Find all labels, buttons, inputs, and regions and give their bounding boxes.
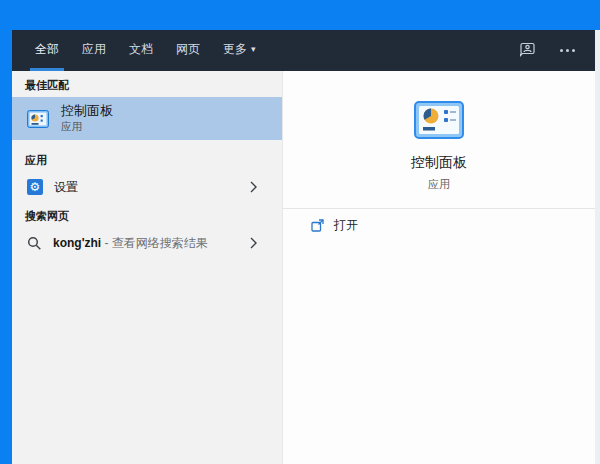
header-actions <box>517 30 595 71</box>
preview-pane: 控制面板 应用 打开 <box>283 71 595 464</box>
preview-app-title: 控制面板 <box>411 154 467 172</box>
tab-web-label: 网页 <box>176 41 200 58</box>
web-search-suffix: - 查看网络搜索结果 <box>101 236 208 250</box>
window-edge-right <box>595 30 600 464</box>
tab-more-label: 更多 <box>223 41 247 58</box>
result-control-panel[interactable]: 控制面板 应用 <box>12 97 282 140</box>
tab-web[interactable]: 网页 <box>171 30 205 71</box>
control-panel-icon <box>27 110 49 128</box>
tab-all[interactable]: 全部 <box>30 30 64 71</box>
tab-more[interactable]: 更多 ▾ <box>218 30 261 71</box>
open-action[interactable]: 打开 <box>283 209 595 241</box>
search-icon <box>27 236 42 251</box>
tab-apps-label: 应用 <box>82 41 106 58</box>
best-match-text: 控制面板 应用 <box>61 103 113 134</box>
search-results-area: 最佳匹配 控制面板 应用 <box>12 71 595 464</box>
result-subtitle: 应用 <box>61 120 113 134</box>
window-frame-left <box>0 30 12 464</box>
open-action-label: 打开 <box>334 217 358 234</box>
result-web-search[interactable]: kong'zhi - 查看网络搜索结果 <box>12 228 282 258</box>
filter-tabs: 全部 应用 文档 网页 更多 ▾ <box>12 30 274 71</box>
search-filter-bar: 全部 应用 文档 网页 更多 ▾ <box>12 30 595 71</box>
feedback-person-icon[interactable] <box>517 42 536 59</box>
results-list: 最佳匹配 控制面板 应用 <box>12 71 283 464</box>
settings-gear-icon: ⚙ <box>27 179 43 195</box>
section-best-match: 最佳匹配 <box>12 71 282 97</box>
web-search-query: kong'zhi <box>53 236 101 250</box>
more-options-icon[interactable] <box>560 49 575 52</box>
settings-label: 设置 <box>54 179 78 196</box>
tab-documents[interactable]: 文档 <box>124 30 158 71</box>
section-search-web: 搜索网页 <box>12 202 282 228</box>
result-settings[interactable]: ⚙ 设置 <box>12 172 282 202</box>
chevron-right-icon <box>250 237 257 249</box>
section-apps: 应用 <box>12 146 282 172</box>
open-external-icon <box>311 219 324 232</box>
tab-apps[interactable]: 应用 <box>77 30 111 71</box>
web-search-label: kong'zhi - 查看网络搜索结果 <box>53 235 208 252</box>
windows-search-panel: 全部 应用 文档 网页 更多 ▾ <box>0 0 600 464</box>
chevron-right-icon <box>250 181 257 193</box>
tab-documents-label: 文档 <box>129 41 153 58</box>
window-frame-top <box>0 0 600 30</box>
control-panel-icon-large <box>414 101 464 139</box>
result-title: 控制面板 <box>61 103 113 118</box>
preview-app-subtitle: 应用 <box>428 177 450 192</box>
tab-all-label: 全部 <box>35 41 59 58</box>
chevron-down-icon: ▾ <box>251 44 256 54</box>
